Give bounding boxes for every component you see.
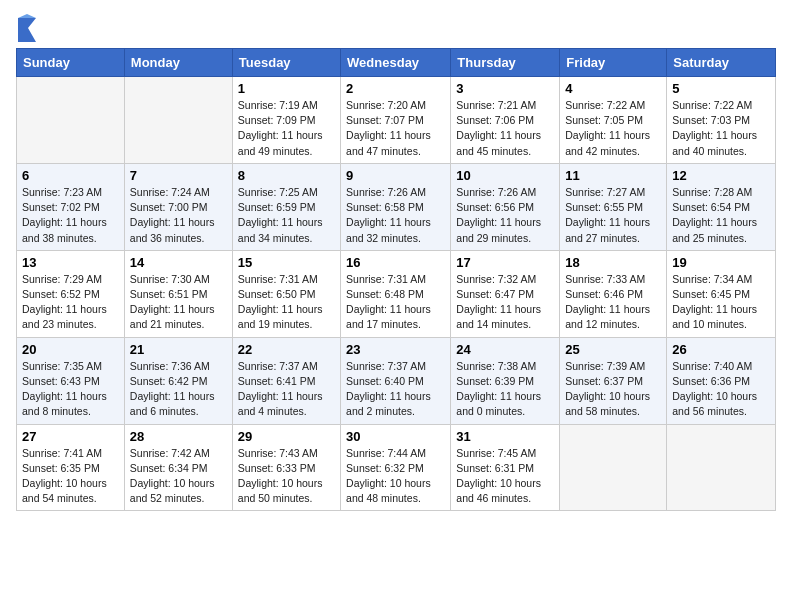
calendar-cell: 25Sunrise: 7:39 AM Sunset: 6:37 PM Dayli… — [560, 337, 667, 424]
day-number: 12 — [672, 168, 770, 183]
day-detail: Sunrise: 7:38 AM Sunset: 6:39 PM Dayligh… — [456, 359, 554, 420]
day-number: 6 — [22, 168, 119, 183]
day-detail: Sunrise: 7:26 AM Sunset: 6:58 PM Dayligh… — [346, 185, 445, 246]
weekday-header-saturday: Saturday — [667, 49, 776, 77]
day-detail: Sunrise: 7:40 AM Sunset: 6:36 PM Dayligh… — [672, 359, 770, 420]
week-row-2: 6Sunrise: 7:23 AM Sunset: 7:02 PM Daylig… — [17, 163, 776, 250]
weekday-header-wednesday: Wednesday — [341, 49, 451, 77]
calendar-cell: 21Sunrise: 7:36 AM Sunset: 6:42 PM Dayli… — [124, 337, 232, 424]
day-number: 31 — [456, 429, 554, 444]
day-detail: Sunrise: 7:23 AM Sunset: 7:02 PM Dayligh… — [22, 185, 119, 246]
week-row-1: 1Sunrise: 7:19 AM Sunset: 7:09 PM Daylig… — [17, 77, 776, 164]
day-detail: Sunrise: 7:41 AM Sunset: 6:35 PM Dayligh… — [22, 446, 119, 507]
day-number: 11 — [565, 168, 661, 183]
week-row-3: 13Sunrise: 7:29 AM Sunset: 6:52 PM Dayli… — [17, 250, 776, 337]
calendar-cell: 16Sunrise: 7:31 AM Sunset: 6:48 PM Dayli… — [341, 250, 451, 337]
weekday-header-row: SundayMondayTuesdayWednesdayThursdayFrid… — [17, 49, 776, 77]
calendar-cell: 18Sunrise: 7:33 AM Sunset: 6:46 PM Dayli… — [560, 250, 667, 337]
day-detail: Sunrise: 7:20 AM Sunset: 7:07 PM Dayligh… — [346, 98, 445, 159]
calendar-cell: 15Sunrise: 7:31 AM Sunset: 6:50 PM Dayli… — [232, 250, 340, 337]
logo-icon — [16, 14, 38, 42]
day-number: 26 — [672, 342, 770, 357]
day-number: 16 — [346, 255, 445, 270]
day-number: 19 — [672, 255, 770, 270]
calendar-cell: 20Sunrise: 7:35 AM Sunset: 6:43 PM Dayli… — [17, 337, 125, 424]
day-number: 18 — [565, 255, 661, 270]
day-number: 2 — [346, 81, 445, 96]
calendar-cell: 6Sunrise: 7:23 AM Sunset: 7:02 PM Daylig… — [17, 163, 125, 250]
calendar-cell — [124, 77, 232, 164]
svg-marker-0 — [18, 18, 36, 42]
day-detail: Sunrise: 7:30 AM Sunset: 6:51 PM Dayligh… — [130, 272, 227, 333]
calendar-cell: 22Sunrise: 7:37 AM Sunset: 6:41 PM Dayli… — [232, 337, 340, 424]
day-number: 23 — [346, 342, 445, 357]
day-detail: Sunrise: 7:44 AM Sunset: 6:32 PM Dayligh… — [346, 446, 445, 507]
day-number: 22 — [238, 342, 335, 357]
day-detail: Sunrise: 7:19 AM Sunset: 7:09 PM Dayligh… — [238, 98, 335, 159]
calendar-cell: 26Sunrise: 7:40 AM Sunset: 6:36 PM Dayli… — [667, 337, 776, 424]
calendar-cell: 14Sunrise: 7:30 AM Sunset: 6:51 PM Dayli… — [124, 250, 232, 337]
weekday-header-friday: Friday — [560, 49, 667, 77]
calendar-cell: 27Sunrise: 7:41 AM Sunset: 6:35 PM Dayli… — [17, 424, 125, 511]
calendar-cell: 29Sunrise: 7:43 AM Sunset: 6:33 PM Dayli… — [232, 424, 340, 511]
calendar-cell: 11Sunrise: 7:27 AM Sunset: 6:55 PM Dayli… — [560, 163, 667, 250]
calendar-cell: 7Sunrise: 7:24 AM Sunset: 7:00 PM Daylig… — [124, 163, 232, 250]
calendar-cell — [17, 77, 125, 164]
day-number: 13 — [22, 255, 119, 270]
day-number: 15 — [238, 255, 335, 270]
calendar-cell: 12Sunrise: 7:28 AM Sunset: 6:54 PM Dayli… — [667, 163, 776, 250]
day-number: 3 — [456, 81, 554, 96]
day-detail: Sunrise: 7:32 AM Sunset: 6:47 PM Dayligh… — [456, 272, 554, 333]
weekday-header-sunday: Sunday — [17, 49, 125, 77]
day-detail: Sunrise: 7:22 AM Sunset: 7:05 PM Dayligh… — [565, 98, 661, 159]
day-detail: Sunrise: 7:25 AM Sunset: 6:59 PM Dayligh… — [238, 185, 335, 246]
day-number: 29 — [238, 429, 335, 444]
day-detail: Sunrise: 7:28 AM Sunset: 6:54 PM Dayligh… — [672, 185, 770, 246]
calendar-cell: 9Sunrise: 7:26 AM Sunset: 6:58 PM Daylig… — [341, 163, 451, 250]
calendar-cell: 2Sunrise: 7:20 AM Sunset: 7:07 PM Daylig… — [341, 77, 451, 164]
calendar-cell — [560, 424, 667, 511]
day-detail: Sunrise: 7:33 AM Sunset: 6:46 PM Dayligh… — [565, 272, 661, 333]
weekday-header-thursday: Thursday — [451, 49, 560, 77]
day-number: 30 — [346, 429, 445, 444]
day-detail: Sunrise: 7:26 AM Sunset: 6:56 PM Dayligh… — [456, 185, 554, 246]
day-detail: Sunrise: 7:37 AM Sunset: 6:40 PM Dayligh… — [346, 359, 445, 420]
calendar-cell: 13Sunrise: 7:29 AM Sunset: 6:52 PM Dayli… — [17, 250, 125, 337]
day-number: 28 — [130, 429, 227, 444]
day-number: 1 — [238, 81, 335, 96]
calendar-table: SundayMondayTuesdayWednesdayThursdayFrid… — [16, 48, 776, 511]
calendar-cell: 1Sunrise: 7:19 AM Sunset: 7:09 PM Daylig… — [232, 77, 340, 164]
day-detail: Sunrise: 7:39 AM Sunset: 6:37 PM Dayligh… — [565, 359, 661, 420]
day-number: 25 — [565, 342, 661, 357]
day-number: 7 — [130, 168, 227, 183]
calendar-cell: 8Sunrise: 7:25 AM Sunset: 6:59 PM Daylig… — [232, 163, 340, 250]
week-row-4: 20Sunrise: 7:35 AM Sunset: 6:43 PM Dayli… — [17, 337, 776, 424]
day-detail: Sunrise: 7:24 AM Sunset: 7:00 PM Dayligh… — [130, 185, 227, 246]
day-number: 14 — [130, 255, 227, 270]
day-number: 20 — [22, 342, 119, 357]
svg-marker-1 — [18, 14, 36, 18]
weekday-header-monday: Monday — [124, 49, 232, 77]
page: SundayMondayTuesdayWednesdayThursdayFrid… — [0, 0, 792, 521]
day-detail: Sunrise: 7:21 AM Sunset: 7:06 PM Dayligh… — [456, 98, 554, 159]
calendar-cell: 5Sunrise: 7:22 AM Sunset: 7:03 PM Daylig… — [667, 77, 776, 164]
calendar-cell: 10Sunrise: 7:26 AM Sunset: 6:56 PM Dayli… — [451, 163, 560, 250]
day-number: 17 — [456, 255, 554, 270]
calendar-cell: 30Sunrise: 7:44 AM Sunset: 6:32 PM Dayli… — [341, 424, 451, 511]
day-detail: Sunrise: 7:36 AM Sunset: 6:42 PM Dayligh… — [130, 359, 227, 420]
header — [16, 10, 776, 42]
day-number: 8 — [238, 168, 335, 183]
day-number: 5 — [672, 81, 770, 96]
day-detail: Sunrise: 7:29 AM Sunset: 6:52 PM Dayligh… — [22, 272, 119, 333]
day-detail: Sunrise: 7:34 AM Sunset: 6:45 PM Dayligh… — [672, 272, 770, 333]
day-number: 27 — [22, 429, 119, 444]
calendar-cell: 24Sunrise: 7:38 AM Sunset: 6:39 PM Dayli… — [451, 337, 560, 424]
day-number: 4 — [565, 81, 661, 96]
logo — [16, 14, 40, 42]
day-number: 10 — [456, 168, 554, 183]
calendar-cell: 17Sunrise: 7:32 AM Sunset: 6:47 PM Dayli… — [451, 250, 560, 337]
day-number: 24 — [456, 342, 554, 357]
calendar-cell: 3Sunrise: 7:21 AM Sunset: 7:06 PM Daylig… — [451, 77, 560, 164]
day-detail: Sunrise: 7:43 AM Sunset: 6:33 PM Dayligh… — [238, 446, 335, 507]
day-detail: Sunrise: 7:27 AM Sunset: 6:55 PM Dayligh… — [565, 185, 661, 246]
